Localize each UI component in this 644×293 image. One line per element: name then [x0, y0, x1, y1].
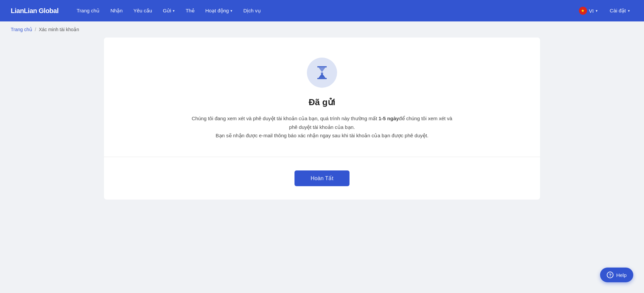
nav-item-yeu-cau[interactable]: Yêu cầu: [129, 5, 157, 16]
breadcrumb-home-link[interactable]: Trang chủ: [11, 27, 32, 32]
help-button[interactable]: ? Help: [600, 268, 633, 282]
svg-rect-0: [317, 66, 327, 68]
settings-dropdown-arrow: ▾: [628, 9, 630, 13]
navbar-left: LianLian Global Trang chủ Nhận Yêu cầu G…: [11, 5, 266, 16]
complete-button[interactable]: Hoàn Tất: [294, 170, 350, 186]
brand-logo[interactable]: LianLian Global: [11, 7, 59, 15]
navbar: LianLian Global Trang chủ Nhận Yêu cầu G…: [0, 0, 644, 21]
svg-point-2: [321, 72, 323, 74]
card-title: Đã gửi: [309, 97, 335, 107]
hoat-dong-dropdown-arrow: ▾: [230, 9, 232, 13]
nav-item-hoat-dong[interactable]: Hoạt động ▾: [201, 5, 237, 16]
help-circle-icon: ?: [607, 272, 613, 278]
settings-label: Cài đặt: [610, 8, 626, 14]
svg-point-3: [320, 68, 321, 69]
breadcrumb-separator: /: [35, 27, 36, 32]
gui-dropdown-arrow: ▾: [173, 9, 175, 13]
svg-point-5: [322, 69, 323, 70]
hourglass-icon: [315, 66, 329, 80]
vietnam-flag-icon: [579, 7, 587, 15]
settings-button[interactable]: Cài đặt ▾: [606, 6, 633, 16]
nav-item-nhan[interactable]: Nhận: [106, 5, 127, 16]
lang-dropdown-arrow: ▾: [596, 9, 598, 13]
card-top-section: Đã gửi Chúng tôi đang xem xét và phê duy…: [104, 38, 540, 157]
nav-item-dich-vu[interactable]: Dịch vụ: [238, 5, 265, 16]
language-selector[interactable]: VI ▾: [576, 5, 601, 17]
card-description: Chúng tôi đang xem xét và phê duyệt tài …: [191, 114, 453, 140]
status-icon-circle: [307, 58, 337, 88]
nav-item-trang-chu[interactable]: Trang chủ: [72, 5, 105, 16]
breadcrumb-current-page: Xác minh tài khoản: [39, 27, 79, 32]
navbar-nav: Trang chủ Nhận Yêu cầu Gửi ▾ Thẻ Hoạt độ…: [72, 5, 266, 16]
breadcrumb: Trang chủ / Xác minh tài khoản: [0, 21, 644, 38]
lang-code-label: VI: [589, 8, 594, 14]
navbar-right: VI ▾ Cài đặt ▾: [576, 5, 633, 17]
desc-line2: Bạn sẽ nhận được e-mail thông báo xác nh…: [216, 133, 429, 138]
card-bottom-section: Hoàn Tất: [104, 157, 540, 200]
desc-before-bold: Chúng tôi đang xem xét và phê duyệt tài …: [192, 116, 379, 121]
verification-card: Đã gửi Chúng tôi đang xem xét và phê duy…: [104, 38, 540, 200]
main-content: Đã gửi Chúng tôi đang xem xét và phê duy…: [0, 38, 644, 213]
desc-bold: 1-5 ngày: [379, 116, 399, 121]
help-label: Help: [616, 272, 627, 278]
svg-rect-1: [317, 78, 327, 79]
svg-point-4: [323, 68, 324, 69]
nav-item-gui[interactable]: Gửi ▾: [158, 5, 179, 16]
nav-item-the[interactable]: Thẻ: [181, 5, 199, 16]
